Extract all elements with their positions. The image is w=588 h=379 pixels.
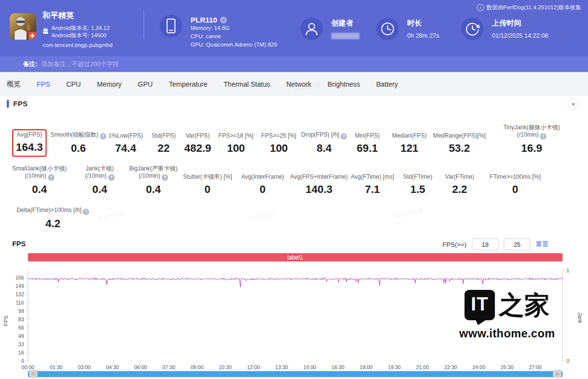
stat-fps>=25-%-: FPS>=25 [%]100 — [256, 131, 301, 157]
stat-avg-interframe-: Avg(InterFrame)0 — [235, 172, 291, 198]
stat-jank-: Jank(卡顿)(/10min)?0.4 — [73, 164, 126, 198]
tab-gpu[interactable]: GPU — [138, 80, 152, 88]
android-version-name: Android版本名: 1.34.12 — [51, 24, 110, 32]
svg-text:116: 116 — [16, 300, 24, 306]
svg-text:22:30: 22:30 — [444, 364, 457, 370]
tab-temperature[interactable]: Temperature — [169, 80, 208, 88]
svg-text:149: 149 — [15, 283, 24, 289]
tab-brightness[interactable]: Brightness — [328, 80, 360, 88]
stat-value: 0.4 — [92, 182, 107, 197]
info-icon: i — [477, 4, 484, 11]
stat-value: 164.3 — [16, 140, 43, 155]
reset-link[interactable]: 重置 — [536, 240, 548, 249]
stat-label: Avg(FPS) — [17, 131, 42, 139]
stat-avg-ftime-ms-: Avg(FTime) [ms]7.1 — [347, 172, 397, 198]
help-icon[interactable]: ? — [83, 209, 89, 215]
svg-text:07:30: 07:30 — [162, 364, 175, 370]
stats-row-1: Avg(FPS)164.3Smooth(稳帧指数)?0.61%Low(FPS)7… — [6, 120, 576, 157]
tab-memory[interactable]: Memory — [97, 80, 122, 88]
stat-stutter-%-: Stutter(卡顿率) [%]0 — [180, 172, 235, 198]
stat-value: 16.9 — [521, 141, 542, 156]
help-icon[interactable]: ? — [341, 133, 347, 140]
stat-value: 0 — [204, 182, 210, 197]
stat-label: SmallJank(微小卡顿) — [12, 165, 67, 172]
stat-label: FTime>=100ms [%] — [490, 173, 540, 181]
svg-text:0: 0 — [566, 358, 569, 364]
stat-label: 1%Low(FPS) — [108, 132, 143, 140]
svg-text:66: 66 — [18, 325, 24, 331]
tab-fps[interactable]: FPS — [37, 80, 50, 88]
stat-value: 482.9 — [184, 141, 211, 156]
ithome-logo: IT — [465, 290, 495, 320]
fps-threshold-input-1[interactable] — [472, 238, 498, 250]
note-placeholder: 添加备注，不超过200个字符 — [41, 60, 119, 69]
fps-threshold-input-2[interactable] — [504, 238, 530, 250]
tab-概览[interactable]: 概览 — [7, 80, 21, 89]
stat-value: 140.3 — [305, 182, 332, 197]
chart-title: FPS — [12, 240, 25, 248]
fps-filter-label: FPS(>=) — [442, 241, 466, 248]
stat-label: MedRange(FPS)[%] — [433, 132, 486, 140]
stat-1%low-fps-: 1%Low(FPS)74.4 — [104, 131, 147, 157]
tab-cpu[interactable]: CPU — [66, 80, 81, 88]
collect-info: i 数据由PerfDog(11.4.251012)版本收集 — [477, 4, 581, 11]
scrollbar-right-handle[interactable] — [553, 370, 562, 378]
svg-text:25:30: 25:30 — [501, 364, 514, 370]
help-icon[interactable]: ? — [108, 174, 115, 181]
stat-std-ftime-: Std(FTime)1.5 — [397, 172, 438, 198]
collect-info-text: 数据由PerfDog(11.4.251012)版本收集 — [487, 4, 581, 11]
tab-thermal-status[interactable]: Thermal Status — [223, 80, 270, 88]
duration-value: 0h 28m 27s — [407, 32, 439, 39]
device-block: PLR110 i Memory: 14.8G CPU: canoe GPU: Q… — [160, 15, 277, 49]
fps-filter: FPS(>=) 重置 — [442, 238, 548, 250]
help-icon[interactable]: ? — [48, 174, 54, 181]
svg-text:166: 166 — [15, 275, 24, 281]
stat-medrange-fps-%-: MedRange(FPS)[%]53.2 — [431, 131, 488, 157]
note-input[interactable]: 备注: 添加备注，不超过200个字符 — [0, 56, 588, 72]
device-info-icon[interactable]: i — [220, 17, 227, 24]
stat-value: 1.5 — [410, 182, 425, 197]
upload-time-label: 上传时间 — [492, 19, 521, 28]
help-icon[interactable]: ? — [540, 133, 546, 140]
device-model: PLR110 — [191, 16, 217, 24]
scrollbar-left-handle[interactable] — [29, 370, 38, 378]
stat-value: 4.2 — [46, 216, 61, 231]
tab-network[interactable]: Network — [286, 80, 311, 88]
stat-label: TinyJank(极微小卡顿) — [503, 124, 560, 131]
svg-text:13:30: 13:30 — [275, 364, 288, 370]
svg-text:132: 132 — [15, 291, 24, 297]
svg-text:Jank: Jank — [577, 312, 583, 324]
stat-value: 74.4 — [115, 141, 136, 156]
duration-label: 时长 — [407, 19, 422, 28]
phone-icon — [160, 15, 182, 37]
app-package: com.tencent.tmgp.pubgmhd — [43, 42, 113, 48]
device-cpu: CPU: canoe — [191, 32, 277, 41]
svg-text:0: 0 — [21, 358, 24, 364]
grip-icon — [32, 372, 35, 376]
stat-value: 0.6 — [71, 141, 86, 156]
stat-value: 0 — [260, 182, 266, 197]
stat-label: Smooth(稳帧指数)? — [50, 131, 106, 140]
tab-battery[interactable]: Battery — [376, 80, 398, 88]
stat-value: 69.1 — [357, 141, 378, 156]
section-title: FPS — [13, 99, 27, 108]
svg-text:01:30: 01:30 — [49, 364, 62, 370]
stat-value: 0.4 — [32, 182, 47, 197]
svg-text:1: 1 — [566, 267, 569, 273]
svg-text:99: 99 — [18, 308, 24, 314]
stat-median-fps-: Median(FPS)121 — [388, 131, 431, 157]
help-icon[interactable]: ? — [162, 174, 168, 181]
upload-time-value: 01/12/2025 14:22:08 — [492, 32, 548, 39]
svg-text:10:30: 10:30 — [219, 364, 232, 370]
svg-text:16: 16 — [18, 350, 24, 355]
scrollbar-track[interactable] — [28, 371, 563, 377]
header-divider — [144, 11, 144, 38]
app-meta: 和平精英 Android版本名: 1.34.12 Android版本号: 145… — [43, 11, 113, 48]
stat-label: Delta(FTime)>100ms [/h]? — [17, 207, 90, 215]
collapse-section-button[interactable] — [567, 98, 579, 110]
stat-label: Min(FPS) — [355, 132, 380, 140]
stat-label: Jank(卡顿) — [85, 165, 114, 172]
stats-row-2: SmallJank(微小卡顿)(/10min)?0.4Jank(卡顿)(/10m… — [6, 163, 549, 198]
stat-delta-ftime->100ms-h-: Delta(FTime)>100ms [/h]?4.2 — [6, 206, 100, 232]
svg-text:16:30: 16:30 — [332, 364, 344, 370]
